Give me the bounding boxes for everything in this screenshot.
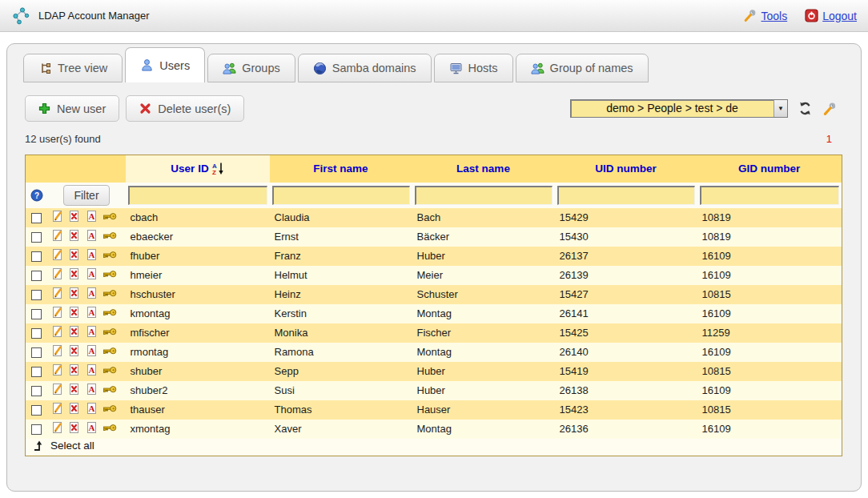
pdf-icon[interactable]: A <box>86 344 98 359</box>
delete-icon[interactable] <box>68 229 80 244</box>
password-key-icon[interactable] <box>102 211 117 224</box>
password-key-icon[interactable] <box>102 327 117 339</box>
pdf-icon[interactable]: A <box>86 421 98 436</box>
delete-icon[interactable] <box>68 402 80 417</box>
filter-button[interactable]: Filter <box>63 185 109 206</box>
header-first-name[interactable]: First name <box>270 155 412 183</box>
row-checkbox[interactable] <box>31 232 42 243</box>
tab-tree-view[interactable]: Tree view <box>23 54 123 82</box>
password-key-icon[interactable] <box>102 404 117 416</box>
table-row[interactable]: A fhuber Franz Huber 26137 16109 <box>26 247 842 266</box>
edit-icon[interactable] <box>51 210 63 225</box>
table-row[interactable]: A kmontag Kerstin Montag 26141 16109 <box>26 304 842 323</box>
header-gid-number[interactable]: GID number <box>697 155 842 183</box>
row-checkbox[interactable] <box>31 424 42 435</box>
table-row[interactable]: A shuber Sepp Huber 15419 10815 <box>26 362 842 381</box>
password-key-icon[interactable] <box>102 423 117 436</box>
new-user-button[interactable]: New user <box>25 95 119 122</box>
password-key-icon[interactable] <box>102 307 117 320</box>
pdf-icon[interactable]: A <box>86 248 98 263</box>
row-checkbox[interactable] <box>31 251 42 262</box>
table-row[interactable]: A mfischer Monika Fischer 15425 11259 <box>26 323 842 343</box>
row-checkbox[interactable] <box>31 347 42 358</box>
delete-icon[interactable] <box>68 363 80 379</box>
edit-icon[interactable] <box>51 306 63 321</box>
filter-input-last-name[interactable] <box>415 186 553 205</box>
cell-user-id[interactable]: rmontag <box>126 343 270 362</box>
refresh-icon[interactable] <box>798 101 813 116</box>
row-checkbox[interactable] <box>31 367 42 377</box>
edit-icon[interactable] <box>51 383 63 398</box>
table-row[interactable]: A cbach Claudia Bach 15429 10819 <box>26 208 842 227</box>
edit-icon[interactable] <box>51 421 63 436</box>
cell-user-id[interactable]: ebaecker <box>126 227 270 247</box>
row-checkbox[interactable] <box>31 309 42 319</box>
tab-hosts[interactable]: Hosts <box>434 54 513 82</box>
table-row[interactable]: A rmontag Ramona Montag 26140 16109 <box>26 343 842 362</box>
password-key-icon[interactable] <box>102 346 117 359</box>
select-dropdown-arrow-icon[interactable]: ▼ <box>774 100 787 117</box>
table-row[interactable]: A hmeier Helmut Meier 26139 16109 <box>26 266 842 285</box>
row-checkbox[interactable] <box>31 405 42 416</box>
edit-icon[interactable] <box>51 267 63 283</box>
cell-user-id[interactable]: thauser <box>126 400 270 420</box>
pdf-icon[interactable]: A <box>86 325 98 340</box>
password-key-icon[interactable] <box>102 384 117 397</box>
pdf-icon[interactable]: A <box>86 363 98 379</box>
pdf-icon[interactable]: A <box>86 229 98 244</box>
row-checkbox[interactable] <box>31 271 42 281</box>
delete-icon[interactable] <box>68 248 80 263</box>
row-checkbox[interactable] <box>31 386 42 396</box>
password-key-icon[interactable] <box>102 269 117 282</box>
cell-user-id[interactable]: cbach <box>126 208 270 227</box>
pdf-icon[interactable]: A <box>86 306 98 321</box>
edit-icon[interactable] <box>51 325 63 340</box>
header-user-id[interactable]: User ID A Z <box>126 155 270 183</box>
table-row[interactable]: A hschuster Heinz Schuster 15427 10815 <box>26 285 842 304</box>
row-checkbox[interactable] <box>31 290 42 300</box>
password-key-icon[interactable] <box>102 288 117 301</box>
filter-input-gid-number[interactable] <box>700 186 840 205</box>
cell-user-id[interactable]: shuber <box>126 362 270 381</box>
header-last-name[interactable]: Last name <box>412 155 555 183</box>
delete-icon[interactable] <box>68 287 80 302</box>
delete-icon[interactable] <box>68 306 80 321</box>
table-row[interactable]: A ebaecker Ernst Bäcker 15430 10819 <box>26 227 842 247</box>
header-uid-number[interactable]: UID number <box>555 155 697 183</box>
delete-icon[interactable] <box>68 210 80 225</box>
tools-link[interactable]: Tools <box>743 9 787 22</box>
tab-users[interactable]: Users <box>125 47 205 82</box>
cell-user-id[interactable]: hschuster <box>126 285 270 304</box>
tab-groups[interactable]: Groups <box>207 54 295 82</box>
filter-input-uid-number[interactable] <box>557 186 695 205</box>
pdf-icon[interactable]: A <box>86 287 98 302</box>
pdf-icon[interactable]: A <box>86 210 98 225</box>
tab-samba-domains[interactable]: Samba domains <box>298 54 432 82</box>
password-key-icon[interactable] <box>102 365 117 378</box>
row-checkbox[interactable] <box>31 213 42 223</box>
cell-user-id[interactable]: xmontag <box>126 420 270 439</box>
filter-input-user-id[interactable] <box>128 186 267 205</box>
delete-icon[interactable] <box>68 267 80 283</box>
edit-icon[interactable] <box>51 229 63 244</box>
pdf-icon[interactable]: A <box>86 402 98 417</box>
cell-user-id[interactable]: fhuber <box>126 247 270 266</box>
delete-icon[interactable] <box>68 325 80 340</box>
cell-user-id[interactable]: mfischer <box>126 323 270 343</box>
table-row[interactable]: A thauser Thomas Hauser 15423 10815 <box>26 400 842 420</box>
cell-user-id[interactable]: hmeier <box>126 266 270 285</box>
edit-icon[interactable] <box>51 248 63 263</box>
edit-icon[interactable] <box>51 344 63 359</box>
pdf-icon[interactable]: A <box>86 383 98 398</box>
table-row[interactable]: A xmontag Xaver Montag 26136 16109 <box>26 420 842 439</box>
delete-icon[interactable] <box>68 421 80 436</box>
row-checkbox[interactable] <box>31 328 42 339</box>
table-row[interactable]: A shuber2 Susi Huber 26138 16109 <box>26 381 842 400</box>
tree-suffix-select[interactable]: demo > People > test > de ▼ <box>570 99 788 118</box>
edit-icon[interactable] <box>51 402 63 417</box>
help-icon[interactable]: ? <box>30 189 43 202</box>
delete-icon[interactable] <box>68 344 80 359</box>
logout-link[interactable]: Logout <box>805 9 857 22</box>
tab-group-of-names[interactable]: Group of names <box>516 54 649 82</box>
delete-icon[interactable] <box>68 383 80 398</box>
